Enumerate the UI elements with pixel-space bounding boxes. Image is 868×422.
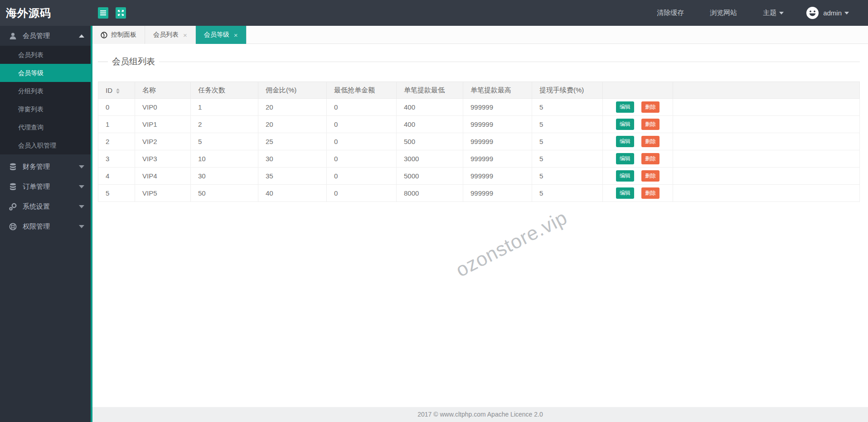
edit-button[interactable]: 编辑 [616, 153, 634, 164]
delete-button[interactable]: 删除 [641, 136, 659, 147]
database-icon [9, 163, 17, 171]
edit-button[interactable]: 编辑 [616, 101, 634, 113]
expand-icon [118, 10, 124, 16]
username: admin [823, 9, 842, 17]
sidebar: 会员管理 会员列表 会员等级 分组列表 弹窗列表 代理查询 会员入职管理 财务管… [0, 26, 92, 422]
filler-cell [673, 99, 860, 116]
column-header-id: ID [98, 82, 135, 99]
column-header-filler [673, 82, 860, 99]
table-row: 0 VIP0 1 20 0 400 999999 5 编辑 删除 [98, 99, 860, 116]
column-header-tasks: 任务次数 [191, 82, 258, 99]
fullscreen-button[interactable] [116, 7, 126, 19]
sidebar-toggle-button[interactable] [98, 7, 108, 19]
sidebar-item-group-list[interactable]: 分组列表 [0, 82, 91, 100]
filler-cell [673, 150, 860, 168]
edit-button[interactable]: 编辑 [616, 187, 634, 199]
caret-up-icon [79, 34, 84, 38]
table-row: 2 VIP2 5 25 0 500 999999 5 编辑 删除 [98, 133, 860, 150]
chevron-down-icon [844, 12, 849, 14]
table-body: 0 VIP0 1 20 0 400 999999 5 编辑 删除 1 VIP1 … [98, 99, 860, 202]
tab-member-level[interactable]: 会员等级 × [196, 26, 247, 44]
sidebar-item-member-level[interactable]: 会员等级 [0, 64, 91, 82]
dashboard-icon [101, 32, 107, 38]
sidebar-item-member-entry[interactable]: 会员入职管理 [0, 136, 91, 154]
table-row: 5 VIP5 50 40 0 8000 999999 5 编辑 删除 [98, 185, 860, 202]
delete-button[interactable]: 删除 [641, 170, 659, 182]
theme-dropdown[interactable]: 主题 [763, 9, 784, 17]
column-header-commission: 佣金比(%) [258, 82, 327, 99]
delete-button[interactable]: 删除 [641, 101, 659, 113]
caret-down-icon [79, 225, 84, 228]
table-row: 4 VIP4 30 35 0 5000 999999 5 编辑 删除 [98, 168, 860, 185]
table-row: 3 VIP3 10 30 0 3000 999999 5 编辑 删除 [98, 150, 860, 168]
delete-button[interactable]: 删除 [641, 119, 659, 130]
sidebar-item-popup-list[interactable]: 弹窗列表 [0, 100, 91, 118]
filler-cell [673, 168, 860, 185]
sidebar-item-agent-query[interactable]: 代理查询 [0, 118, 91, 136]
filler-cell [673, 133, 860, 150]
hamburger-icon [100, 10, 106, 15]
caret-down-icon [79, 165, 84, 168]
gears-icon [9, 203, 17, 211]
edit-button[interactable]: 编辑 [616, 170, 634, 182]
caret-down-icon [79, 205, 84, 208]
member-level-table: ID 名称 任务次数 佣金比(%) 最低抢单金额 单笔提款最低 单笔提款最高 提… [98, 82, 860, 202]
sidebar-item-member-management[interactable]: 会员管理 [0, 26, 91, 46]
column-header-name: 名称 [135, 82, 191, 99]
table-header-row: ID 名称 任务次数 佣金比(%) 最低抢单金额 单笔提款最低 单笔提款最高 提… [98, 82, 860, 99]
tab-dashboard[interactable]: 控制面板 [92, 26, 145, 44]
chevron-down-icon [779, 12, 784, 14]
filler-cell [673, 185, 860, 202]
sidebar-item-permission-management[interactable]: 权限管理 [0, 216, 91, 236]
lifering-icon [9, 223, 17, 230]
sidebar-item-member-list[interactable]: 会员列表 [0, 46, 91, 64]
edit-button[interactable]: 编辑 [616, 119, 634, 130]
avatar [806, 7, 819, 19]
tab-member-list[interactable]: 会员列表 × [145, 26, 196, 44]
member-submenu: 会员列表 会员等级 分组列表 弹窗列表 代理查询 会员入职管理 [0, 46, 91, 154]
edit-button[interactable]: 编辑 [616, 136, 634, 147]
caret-down-icon [79, 185, 84, 188]
database-icon [9, 183, 17, 191]
sidebar-item-finance-management[interactable]: 财务管理 [0, 157, 91, 177]
page-title-block: 会员组列表 [98, 56, 860, 67]
close-icon[interactable]: × [234, 31, 238, 39]
divider [159, 62, 860, 62]
footer: 2017 © www.cltphp.com Apache Licence 2.0 [92, 407, 868, 422]
browse-site-link[interactable]: 浏览网站 [710, 9, 737, 17]
divider [98, 62, 108, 62]
topbar-right: 清除缓存 浏览网站 主题 admin [631, 7, 868, 19]
sort-icon[interactable] [116, 88, 120, 94]
main-content: 会员组列表 ID 名称 任务次数 佣金比(%) 最低抢单金额 单笔提款最低 单笔… [92, 44, 868, 407]
column-header-min-withdraw: 单笔提款最低 [397, 82, 463, 99]
filler-cell [673, 116, 860, 133]
delete-button[interactable]: 删除 [641, 153, 659, 164]
clear-cache-link[interactable]: 清除缓存 [657, 9, 684, 17]
delete-button[interactable]: 删除 [641, 187, 659, 199]
table-row: 1 VIP1 2 20 0 400 999999 5 编辑 删除 [98, 116, 860, 133]
user-icon [9, 32, 17, 40]
tab-bar: 控制面板 会员列表 × 会员等级 × [92, 26, 868, 44]
top-header: 海外源码 清除缓存 浏览网站 主题 [0, 0, 868, 26]
page-title: 会员组列表 [108, 56, 159, 67]
column-header-fee: 提现手续费(%) [532, 82, 603, 99]
column-header-actions [603, 82, 673, 99]
column-header-max-withdraw: 单笔提款最高 [463, 82, 532, 99]
close-icon[interactable]: × [183, 31, 187, 39]
sidebar-item-order-management[interactable]: 订单管理 [0, 177, 91, 197]
sidebar-item-system-settings[interactable]: 系统设置 [0, 197, 91, 216]
user-menu[interactable]: admin [806, 7, 849, 19]
column-header-min-grab: 最低抢单金额 [327, 82, 397, 99]
app-logo: 海外源码 [0, 6, 91, 20]
